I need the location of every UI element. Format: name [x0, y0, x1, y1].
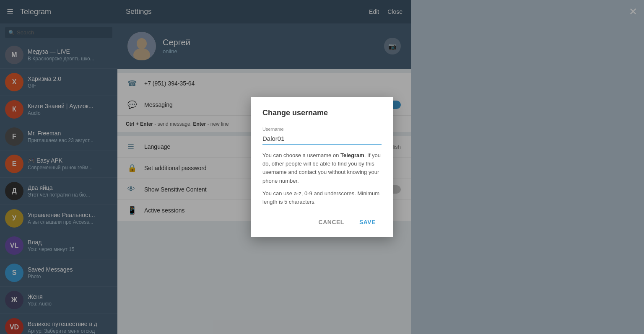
username-label: Username	[262, 127, 382, 132]
modal-overlay: Change username Username You can choose …	[0, 0, 644, 334]
telegram-word: Telegram	[340, 152, 364, 158]
desc-you-can: You can choose a username on	[262, 152, 340, 158]
cancel-button[interactable]: CANCEL	[313, 215, 350, 229]
modal-description-2: You can use a-z, 0-9 and underscores. Mi…	[262, 189, 382, 206]
change-username-modal: Change username Username You can choose …	[251, 97, 393, 237]
modal-description-1: You can choose a username on Telegram. I…	[262, 151, 382, 185]
modal-actions: CANCEL SAVE	[262, 215, 382, 229]
modal-title: Change username	[262, 109, 382, 117]
save-button[interactable]: SAVE	[353, 215, 382, 229]
username-input[interactable]	[262, 133, 382, 145]
username-input-group: Username	[262, 127, 382, 145]
